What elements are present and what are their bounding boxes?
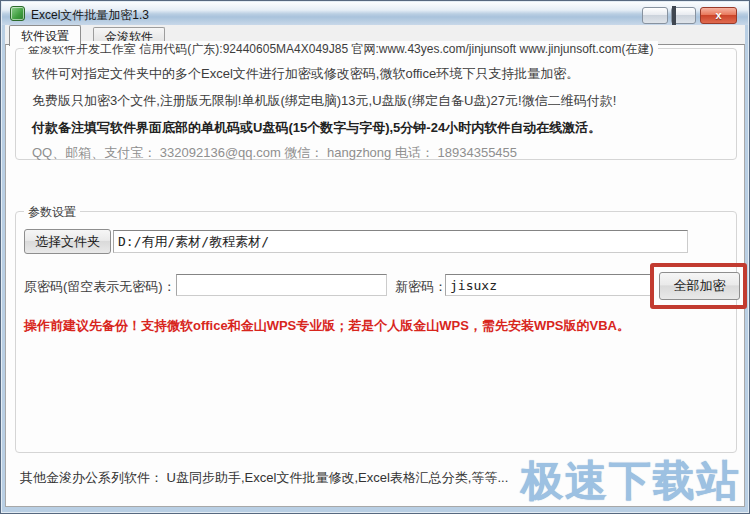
app-icon [10, 6, 25, 21]
close-icon: x [701, 8, 736, 23]
old-password-label: 原密码(留空表示无密码)： [24, 278, 176, 296]
old-password-input[interactable] [176, 274, 387, 296]
info-line-payment-note: 付款备注填写软件界面底部的单机码或U盘码(15个数字与字母),5分钟-24小时内… [32, 119, 601, 137]
info-groupbox: 金浚软件开发工作室 信用代码(广东):92440605MA4X049J85 官网… [15, 48, 737, 160]
params-groupbox: 参数设置 选择文件夹 原密码(留空表示无密码)： 新密码： 操作前建议先备份！支… [15, 211, 737, 453]
params-groupbox-title: 参数设置 [24, 204, 80, 221]
backup-warning-text: 操作前建议先备份！支持微软office和金山WPS专业版；若是个人版金山WPS，… [24, 317, 630, 335]
info-line-pricing: 免费版只加密3个文件,注册版无限制!单机版(绑定电脑)13元,U盘版(绑定自备U… [32, 92, 616, 110]
new-password-label: 新密码： [395, 278, 447, 296]
choose-folder-button[interactable]: 选择文件夹 [24, 229, 111, 254]
close-button[interactable]: x [700, 7, 737, 24]
tab-software-settings[interactable]: 软件设置 [9, 25, 81, 46]
tab-page: 金浚软件开发工作室 信用代码(广东):92440605MA4X049J85 官网… [5, 44, 745, 507]
app-window: Excel文件批量加密1.3 x 软件设置 金浚软件 金浚软件开发工作室 信用代… [0, 0, 750, 514]
info-line-description: 软件可对指定文件夹中的多个Excel文件进行加密或修改密码,微软office环境… [32, 65, 579, 83]
maximize-button[interactable] [671, 7, 696, 24]
minimize-button[interactable] [642, 7, 668, 24]
info-groupbox-title: 金浚软件开发工作室 信用代码(广东):92440605MA4X049J85 官网… [24, 41, 658, 58]
titlebar[interactable]: Excel文件批量加密1.3 x [2, 2, 748, 25]
folder-path-input[interactable] [113, 230, 688, 253]
encrypt-all-button[interactable]: 全部加密 [659, 272, 740, 300]
maximize-icon [672, 6, 676, 27]
window-title: Excel文件批量加密1.3 [31, 7, 149, 24]
info-line-contact: QQ、邮箱、支付宝： 332092136@qq.com 微信： hangzhon… [32, 144, 517, 162]
other-software-text: 其他金浚办公系列软件： U盘同步助手,Excel文件批量修改,Excel表格汇总… [20, 469, 508, 487]
new-password-input[interactable] [445, 274, 653, 296]
